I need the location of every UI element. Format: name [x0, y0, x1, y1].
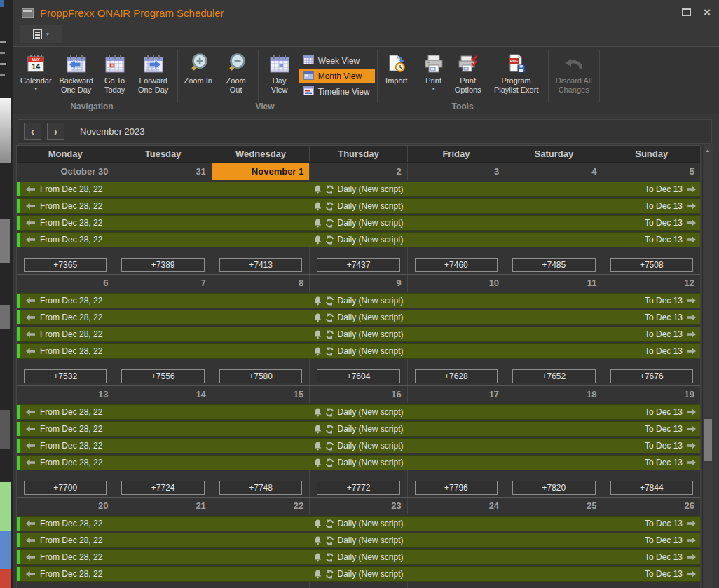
zoom-out-button[interactable]: Zoom Out — [217, 50, 256, 102]
calendar-button[interactable]: MAY 14 Calendar ▼ — [18, 50, 55, 102]
month-view-button[interactable]: Month View — [299, 69, 375, 83]
add-items-button[interactable]: +7508 — [610, 258, 693, 272]
add-items-button[interactable]: +7580 — [219, 369, 302, 383]
date-cell[interactable]: 2 — [309, 163, 406, 180]
add-items-button[interactable]: +7532 — [24, 369, 107, 383]
restore-window-button[interactable] — [682, 8, 691, 16]
add-items-button[interactable]: +7676 — [610, 369, 693, 383]
date-cell[interactable]: 18 — [505, 386, 602, 403]
go-to-today-button[interactable]: Go To Today — [98, 50, 132, 102]
date-cell[interactable]: 8 — [212, 275, 309, 292]
arrow-left-icon — [26, 520, 35, 527]
date-cell[interactable]: 10 — [407, 275, 505, 292]
date-cell[interactable]: 20 — [17, 498, 114, 514]
date-cell[interactable]: 25 — [505, 498, 602, 514]
event-from-label: From Dec 28, 22 — [40, 535, 102, 545]
backward-one-day-button[interactable]: Backward One Day — [55, 50, 98, 102]
event-to-label: To Dec 13 — [645, 535, 683, 545]
date-cell[interactable]: 5 — [603, 163, 700, 180]
add-items-button[interactable]: +7844 — [610, 481, 693, 495]
date-cell[interactable]: 17 — [407, 386, 505, 403]
add-items-button[interactable]: +7748 — [219, 481, 302, 495]
event-bar[interactable]: From Dec 28, 22 Daily (New script) To De… — [17, 198, 700, 214]
date-cell[interactable]: 21 — [114, 498, 211, 514]
event-bar[interactable]: From Dec 28, 22 Daily (New script) To De… — [17, 404, 700, 420]
scroll-up-button[interactable]: ▲ — [703, 145, 713, 156]
date-cell[interactable]: 19 — [603, 386, 700, 403]
event-bar[interactable]: From Dec 28, 22 Daily (New script) To De… — [17, 327, 700, 342]
event-bar[interactable]: From Dec 28, 22 Daily (New script) To De… — [17, 343, 700, 359]
week-view-label: Week View — [318, 56, 360, 66]
close-window-button[interactable]: × — [704, 8, 711, 16]
date-cell[interactable]: 3 — [407, 163, 505, 180]
add-items-button[interactable]: +7700 — [24, 481, 107, 495]
print-button[interactable]: Print ▼ — [418, 50, 449, 102]
event-bar[interactable]: From Dec 28, 22 Daily (New script) To De… — [17, 549, 700, 565]
event-bar[interactable]: From Dec 28, 22 Daily (New script) To De… — [17, 182, 700, 197]
add-items-button[interactable]: +7772 — [317, 481, 399, 495]
date-cell[interactable]: 6 — [17, 275, 114, 292]
date-cell[interactable]: 4 — [505, 163, 602, 180]
event-bar[interactable]: From Dec 28, 22 Daily (New script) To De… — [17, 455, 700, 470]
forward-one-day-button[interactable]: Forward One Day — [132, 50, 175, 102]
date-cell[interactable]: 7 — [114, 275, 211, 292]
week-view-button[interactable]: Week View — [299, 53, 375, 68]
event-bar[interactable]: From Dec 28, 22 Daily (New script) To De… — [17, 533, 700, 548]
add-items-button[interactable]: +7556 — [121, 369, 204, 383]
timeline-view-button[interactable]: Timeline View — [299, 84, 375, 99]
add-items-button[interactable]: +7652 — [512, 369, 595, 383]
date-cell[interactable]: 9 — [309, 275, 406, 292]
plus-cell: +7580 — [212, 369, 309, 384]
date-cell[interactable]: October 30 — [17, 163, 114, 180]
event-bar[interactable]: From Dec 28, 22 Daily (New script) To De… — [17, 215, 700, 231]
date-cell[interactable]: 11 — [505, 275, 602, 292]
vertical-scrollbar[interactable]: ▲ — [702, 145, 713, 588]
scrollbar-thumb[interactable] — [704, 419, 712, 461]
import-label: Import — [385, 76, 407, 86]
date-cell-today[interactable]: November 1 — [212, 163, 309, 180]
date-cell[interactable]: 15 — [212, 386, 309, 403]
add-items-button[interactable]: +7628 — [415, 369, 498, 383]
add-items-button[interactable]: +7796 — [415, 481, 498, 495]
add-items-button[interactable]: +7604 — [317, 369, 399, 383]
add-items-button[interactable]: +7485 — [512, 258, 595, 272]
event-bar[interactable]: From Dec 28, 22 Daily (New script) To De… — [17, 516, 700, 531]
event-bar[interactable]: From Dec 28, 22 Daily (New script) To De… — [17, 232, 700, 247]
date-cell[interactable]: 23 — [309, 498, 406, 514]
add-items-button[interactable]: +7413 — [219, 258, 302, 272]
date-cell[interactable]: 13 — [17, 386, 114, 403]
event-bar[interactable]: From Dec 28, 22 Daily (New script) To De… — [17, 293, 700, 308]
zoom-in-button[interactable]: Zoom In — [180, 50, 217, 102]
event-recurrence-label: Daily (New script) — [337, 407, 403, 417]
event-bar[interactable]: From Dec 28, 22 Daily (New script) To De… — [17, 421, 700, 437]
add-items-button[interactable]: +7389 — [121, 258, 204, 272]
event-bar[interactable]: From Dec 28, 22 Daily (New script) To De… — [17, 310, 700, 325]
program-playlist-export-button[interactable]: PDF Program Playlist Exort — [487, 50, 546, 102]
quick-access-menu-button[interactable]: ▼ — [20, 25, 62, 43]
date-cell[interactable]: 14 — [114, 386, 211, 403]
add-items-button[interactable]: +7365 — [24, 258, 107, 272]
add-items-button[interactable]: +7724 — [121, 481, 204, 495]
date-cell[interactable]: 16 — [309, 386, 406, 403]
day-view-button[interactable]: Day View — [261, 50, 299, 102]
discard-all-changes-button[interactable]: Discard All Changes — [551, 50, 597, 102]
date-cell[interactable]: 22 — [212, 498, 309, 514]
plus-cell: +7652 — [505, 369, 602, 384]
day-header-tuesday: Tuesday — [114, 146, 211, 162]
previous-month-button[interactable]: ‹ — [24, 123, 41, 140]
event-color-stripe — [17, 533, 20, 547]
date-cell[interactable]: 26 — [603, 498, 700, 514]
event-bar[interactable]: From Dec 28, 22 Daily (New script) To De… — [17, 566, 700, 582]
next-month-button[interactable]: › — [47, 123, 64, 140]
add-items-button[interactable]: +7820 — [512, 481, 595, 495]
date-cell[interactable]: 31 — [114, 163, 211, 180]
import-button[interactable]: Import — [380, 50, 413, 102]
add-items-button[interactable]: +7437 — [317, 258, 399, 272]
add-items-button[interactable]: +7460 — [415, 258, 498, 272]
date-cell[interactable]: 12 — [603, 275, 700, 292]
date-row: 6789101112 — [17, 275, 700, 292]
calendar-grid: MondayTuesdayWednesdayThursdayFridaySatu… — [16, 145, 701, 588]
print-options-button[interactable]: Print Options — [449, 50, 487, 102]
event-bar[interactable]: From Dec 28, 22 Daily (New script) To De… — [17, 438, 700, 453]
date-cell[interactable]: 24 — [407, 498, 505, 514]
